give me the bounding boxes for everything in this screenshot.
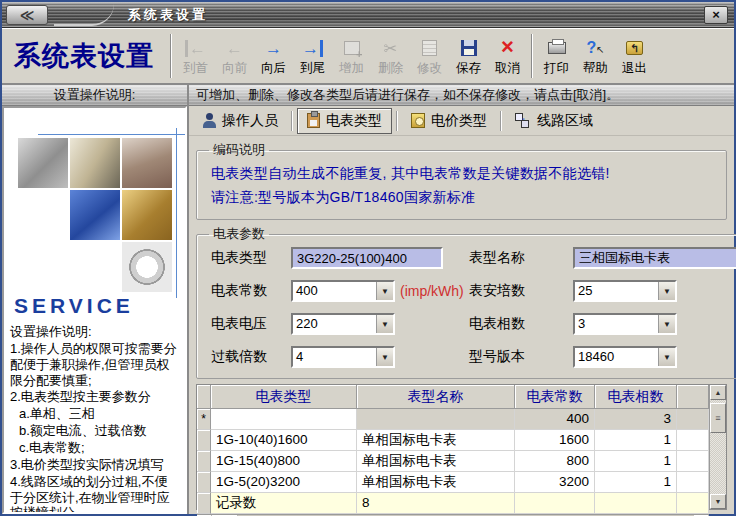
phase-value: 3 xyxy=(575,315,658,333)
tab-price-type[interactable]: 电价类型 xyxy=(402,109,496,133)
tab-meter-type-label: 电表类型 xyxy=(326,112,382,130)
row-marker: * xyxy=(197,409,211,430)
page-title: 系统表设置 xyxy=(2,38,166,74)
row-marker xyxy=(197,493,211,514)
column-header-meter-type[interactable]: 电表类型 xyxy=(211,385,357,409)
cell-constant[interactable]: 3200 xyxy=(515,472,595,493)
save-label: 保存 xyxy=(456,60,481,77)
coding-note-line2: 请注意:型号版本为GB/T18460国家新标准 xyxy=(211,189,720,207)
coding-note-title: 编码说明 xyxy=(209,141,269,159)
chevron-down-icon[interactable] xyxy=(658,282,675,300)
ampere-combobox[interactable]: 25 xyxy=(573,280,677,302)
main-panel: 可增加、删除、修改各类型后请进行保存，如不保存修改，请点击[取消]。 操作人员 … xyxy=(189,85,734,514)
model-version-combobox[interactable]: 18460 xyxy=(573,346,677,368)
toolbar-separator xyxy=(170,34,172,78)
chevron-down-icon[interactable] xyxy=(376,315,393,333)
table-row[interactable]: * 400 3 xyxy=(197,409,709,430)
edit-pad-icon xyxy=(422,40,437,56)
chevron-down-icon[interactable] xyxy=(376,348,393,366)
tab-operators[interactable]: 操作人员 xyxy=(194,109,287,133)
cell-meter-type[interactable] xyxy=(211,409,357,430)
cell-constant[interactable]: 800 xyxy=(515,451,595,472)
app-window: 系统表设置 × 系统表设置 到首 向前 向后 到尾 增加 删除 xyxy=(0,0,736,516)
last-record-button[interactable]: 到尾 xyxy=(293,35,332,77)
voltage-label: 电表电压 xyxy=(211,315,291,333)
exit-button[interactable]: 退出 xyxy=(615,35,654,77)
cell-filler xyxy=(677,451,709,472)
phase-combobox[interactable]: 3 xyxy=(573,313,677,335)
photo-tile-metal xyxy=(18,138,68,188)
voltage-combobox[interactable]: 220 xyxy=(291,313,395,335)
cell-meter-type[interactable]: 1G-5(20)3200 xyxy=(211,472,357,493)
cell-model-name[interactable]: 单相国标电卡表 xyxy=(357,430,515,451)
cell-phase[interactable]: 1 xyxy=(595,430,677,451)
photo-tile-gold xyxy=(122,190,172,240)
record-count-label: 记录数 xyxy=(211,493,357,514)
sidebar-content: SERVICE 设置操作说明: 1.操作人员的权限可按需要分配便于兼职操作,但管… xyxy=(2,106,187,514)
clipboard-icon xyxy=(307,113,320,128)
modify-button: 修改 xyxy=(410,35,449,77)
cell-constant[interactable]: 400 xyxy=(515,409,595,430)
cell-constant[interactable]: 1600 xyxy=(515,430,595,451)
cell-filler xyxy=(677,430,709,451)
instruction-line: 4.线路区域的划分过粗,不便于分区统计,在物业管理时应按楼幢划分. xyxy=(10,474,180,514)
cell-model-name[interactable]: 单相国标电卡表 xyxy=(357,472,515,493)
cell-meter-type[interactable]: 1G-15(40)800 xyxy=(211,451,357,472)
close-button[interactable]: × xyxy=(704,6,728,24)
photo-tile-watch xyxy=(122,242,172,292)
cell-model-name[interactable] xyxy=(357,409,515,430)
column-header-constant[interactable]: 电表常数 xyxy=(515,385,595,409)
photo-tile-pen xyxy=(70,138,120,188)
help-button[interactable]: 帮助 xyxy=(576,35,615,77)
next-record-label: 向后 xyxy=(261,60,286,77)
vertical-scrollbar[interactable] xyxy=(709,385,726,509)
save-button[interactable]: 保存 xyxy=(449,35,488,77)
phase-label: 电表相数 xyxy=(469,315,573,333)
sidebar-header: 设置操作说明: xyxy=(2,85,187,106)
scroll-down-icon[interactable] xyxy=(710,494,726,509)
table-row[interactable]: 1G-10(40)1600 单相国标电卡表 1600 1 xyxy=(197,430,709,451)
tab-price-type-label: 电价类型 xyxy=(431,112,487,130)
table-row[interactable]: 1G-5(20)3200 单相国标电卡表 3200 1 xyxy=(197,472,709,493)
printer-icon xyxy=(548,42,566,54)
cell-meter-type[interactable]: 1G-10(40)1600 xyxy=(211,430,357,451)
column-header-phase[interactable]: 电表相数 xyxy=(595,385,677,409)
cell-model-name[interactable]: 单相国标电卡表 xyxy=(357,451,515,472)
cell-filler xyxy=(677,493,709,514)
table-header-row: 电表类型 表型名称 电表常数 电表相数 xyxy=(197,385,709,409)
scroll-up-icon[interactable] xyxy=(710,385,726,400)
print-label: 打印 xyxy=(544,60,569,77)
meter-constant-combobox[interactable]: 400 xyxy=(291,280,395,302)
crosshair-line xyxy=(176,128,177,298)
chevron-down-icon[interactable] xyxy=(376,282,393,300)
cell-phase[interactable]: 1 xyxy=(595,472,677,493)
cell-filler xyxy=(595,493,677,514)
crosshair-line xyxy=(38,134,187,135)
overload-combobox[interactable]: 4 xyxy=(291,346,395,368)
tab-line-region[interactable]: + 线路区域 xyxy=(506,109,602,133)
toolbar: 系统表设置 到首 向前 向后 到尾 增加 删除 修改 xyxy=(2,28,734,85)
model-name-input[interactable] xyxy=(573,247,736,269)
cancel-button[interactable]: 取消 xyxy=(488,35,527,77)
delete-button: 删除 xyxy=(371,35,410,77)
instruction-line: a.单相、三相 xyxy=(10,406,180,422)
cancel-label: 取消 xyxy=(495,60,520,77)
modify-label: 修改 xyxy=(417,60,442,77)
model-version-value: 18460 xyxy=(575,348,658,366)
chevron-down-icon[interactable] xyxy=(658,315,675,333)
tab-meter-type[interactable]: 电表类型 xyxy=(297,108,392,134)
column-header-model-name[interactable]: 表型名称 xyxy=(357,385,515,409)
chevron-down-icon[interactable] xyxy=(658,348,675,366)
service-photo-collage xyxy=(4,138,185,292)
scroll-track[interactable] xyxy=(710,433,726,494)
price-book-icon xyxy=(411,113,425,128)
cell-phase[interactable]: 1 xyxy=(595,451,677,472)
print-button[interactable]: 打印 xyxy=(537,35,576,77)
photo-tile-blank xyxy=(18,190,68,240)
cell-phase[interactable]: 3 xyxy=(595,409,677,430)
next-record-icon xyxy=(265,40,282,57)
table-row[interactable]: 1G-15(40)800 单相国标电卡表 800 1 xyxy=(197,451,709,472)
vertical-scroll-thumb[interactable] xyxy=(710,403,726,433)
next-record-button[interactable]: 向后 xyxy=(254,35,293,77)
meter-type-input[interactable] xyxy=(291,247,443,269)
